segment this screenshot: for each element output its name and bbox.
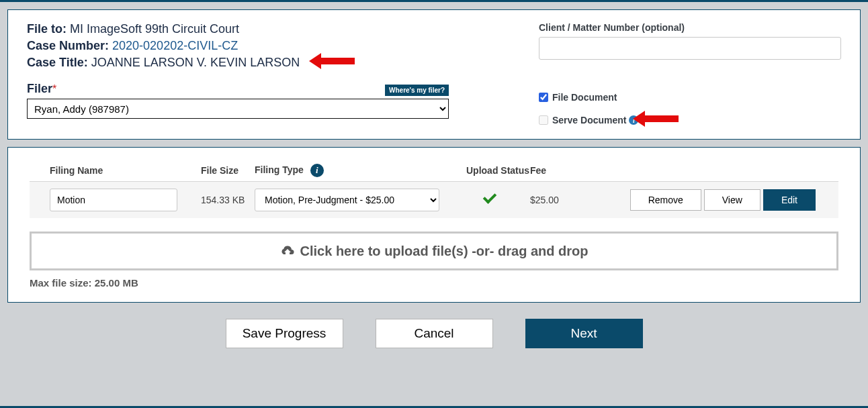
save-progress-button[interactable]: Save Progress (226, 319, 343, 348)
edit-button[interactable]: Edit (763, 189, 816, 211)
case-title-value: JOANNE LARSON V. KEVIN LARSON (91, 56, 300, 69)
case-info-panel: File to: MI ImageSoft 99th Circuit Court… (7, 9, 861, 140)
file-to-label: File to: (27, 22, 67, 36)
max-file-size-label: Max file size: 25.00 MB (30, 277, 838, 289)
filings-panel: Filing Name File Size Filing Type i Uplo… (7, 147, 861, 303)
remove-button[interactable]: Remove (630, 189, 701, 211)
view-button[interactable]: View (704, 189, 761, 211)
serve-document-checkbox[interactable] (539, 115, 548, 125)
case-title-line: Case Title: JOANNE LARSON V. KEVIN LARSO… (27, 56, 525, 70)
client-matter-input[interactable] (539, 37, 841, 60)
court-name[interactable]: MI ImageSoft 99th Circuit Court (70, 22, 239, 36)
col-filing-type: Filing Type i (255, 164, 466, 177)
info-icon[interactable]: i (310, 164, 324, 177)
file-document-label: File Document (552, 92, 617, 103)
col-fee: Fee (530, 165, 577, 176)
file-document-checkbox[interactable] (539, 93, 548, 102)
table-row: 154.33 KB Motion, Pre-Judgment - $25.00 … (30, 182, 838, 218)
filing-name-input[interactable] (50, 189, 177, 211)
upload-dropzone[interactable]: Click here to upload file(s) -or- drag a… (30, 232, 838, 270)
cloud-upload-icon (280, 245, 295, 257)
filings-table-header: Filing Name File Size Filing Type i Uplo… (30, 164, 838, 182)
wheres-my-filer-button[interactable]: Where's my filer? (385, 85, 449, 96)
filer-label: Filer (27, 82, 52, 95)
serve-document-row: Serve Document i (539, 115, 841, 125)
cancel-button[interactable]: Cancel (376, 319, 493, 348)
col-upload-status: Upload Status (466, 165, 530, 176)
required-asterisk: * (52, 83, 56, 95)
dropzone-text: Click here to upload file(s) -or- drag a… (300, 244, 589, 259)
client-matter-label: Client / Matter Number (optional) (539, 22, 841, 33)
col-filing-name: Filing Name (50, 165, 201, 176)
next-button[interactable]: Next (525, 319, 643, 348)
fee-value: $25.00 (530, 195, 577, 205)
file-to-line: File to: MI ImageSoft 99th Circuit Court (27, 22, 525, 36)
case-number-label: Case Number: (27, 39, 109, 52)
annotation-arrow-icon (633, 111, 679, 127)
case-number-link[interactable]: 2020-020202-CIVIL-CZ (112, 39, 238, 52)
file-size-value: 154.33 KB (201, 195, 255, 205)
bottom-button-bar: Save Progress Cancel Next (0, 319, 868, 348)
filing-type-select[interactable]: Motion, Pre-Judgment - $25.00 (255, 189, 439, 211)
check-icon (481, 193, 497, 204)
file-document-row: File Document (539, 92, 841, 103)
case-title-label: Case Title: (27, 56, 88, 69)
serve-document-label: Serve Document (552, 115, 626, 125)
annotation-arrow-icon (309, 53, 355, 69)
col-file-size: File Size (201, 165, 255, 176)
case-number-line: Case Number: 2020-020202-CIVIL-CZ (27, 39, 525, 53)
filer-select[interactable]: Ryan, Addy (987987) (27, 99, 449, 119)
